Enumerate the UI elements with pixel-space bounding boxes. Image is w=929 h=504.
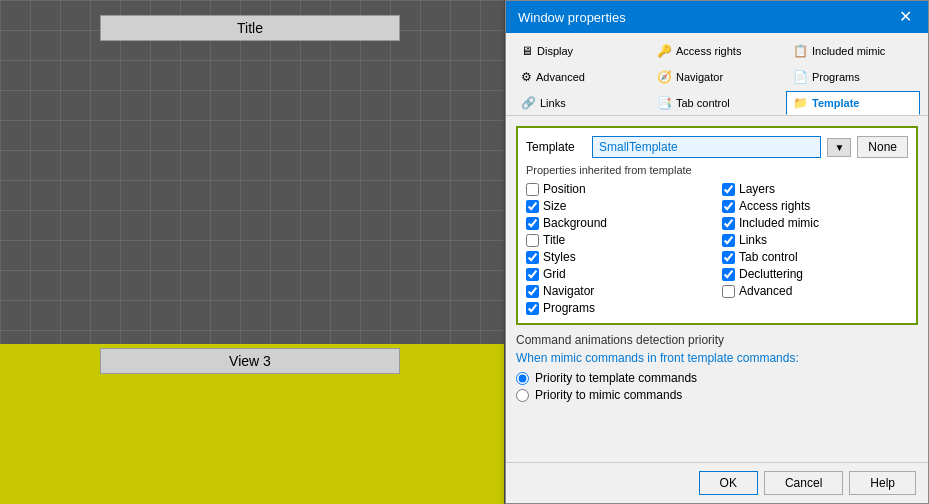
template-none-button[interactable]: None — [857, 136, 908, 158]
tab-access-rights-label: Access rights — [676, 45, 741, 57]
inherited-heading: Properties inherited from template — [526, 164, 908, 176]
checkbox-tab-control[interactable]: Tab control — [722, 250, 908, 264]
tabs-grid: 🖥 Display 🔑 Access rights 📋 Included mim… — [514, 39, 920, 115]
checkbox-layers-label: Layers — [739, 182, 775, 196]
template-input-row: Template ▼ None — [526, 136, 908, 158]
checkbox-grid-input[interactable] — [526, 268, 539, 281]
checkbox-size-label: Size — [543, 199, 566, 213]
command-animations-section: Command animations detection priority Wh… — [516, 333, 918, 405]
links-icon: 🔗 — [521, 96, 536, 110]
dialog-content: Template ▼ None Properties inherited fro… — [506, 116, 928, 462]
checkbox-styles-input[interactable] — [526, 251, 539, 264]
checkbox-programs-label: Programs — [543, 301, 595, 315]
checkbox-position-input[interactable] — [526, 183, 539, 196]
navigator-icon: 🧭 — [657, 70, 672, 84]
template-input-field[interactable] — [592, 136, 821, 158]
checkbox-included-mimic-input[interactable] — [722, 217, 735, 230]
checkbox-title-label: Title — [543, 233, 565, 247]
canvas-area: Title View 3 — [0, 0, 504, 504]
checkbox-background-label: Background — [543, 216, 607, 230]
checkbox-included-mimic[interactable]: Included mimic — [722, 216, 908, 230]
checkbox-grid[interactable]: Grid — [526, 267, 712, 281]
checkbox-advanced[interactable]: Advanced — [722, 284, 908, 298]
advanced-icon: ⚙ — [521, 70, 532, 84]
radio-priority-mimic-label: Priority to mimic commands — [535, 388, 682, 402]
checkbox-access-rights[interactable]: Access rights — [722, 199, 908, 213]
ok-button[interactable]: OK — [699, 471, 758, 495]
checkbox-tab-control-input[interactable] — [722, 251, 735, 264]
checkbox-decluttering[interactable]: Decluttering — [722, 267, 908, 281]
tab-included-mimic[interactable]: 📋 Included mimic — [786, 39, 920, 63]
tab-access-rights[interactable]: 🔑 Access rights — [650, 39, 784, 63]
command-animations-heading: Command animations detection priority — [516, 333, 918, 347]
checkbox-advanced-label: Advanced — [739, 284, 792, 298]
checkbox-tab-control-label: Tab control — [739, 250, 798, 264]
checkbox-links-label: Links — [739, 233, 767, 247]
checkbox-programs[interactable]: Programs — [526, 301, 712, 315]
checkbox-access-rights-input[interactable] — [722, 200, 735, 213]
canvas-title: Title — [100, 15, 400, 41]
tab-control-icon: 📑 — [657, 96, 672, 110]
included-mimic-icon: 📋 — [793, 44, 808, 58]
command-animations-subheading: When mimic commands in front template co… — [516, 351, 918, 365]
tab-advanced-label: Advanced — [536, 71, 585, 83]
template-icon: 📁 — [793, 96, 808, 110]
checkbox-navigator-input[interactable] — [526, 285, 539, 298]
tab-tab-control[interactable]: 📑 Tab control — [650, 91, 784, 115]
checkbox-navigator-label: Navigator — [543, 284, 594, 298]
tabs-container: 🖥 Display 🔑 Access rights 📋 Included mim… — [506, 33, 928, 116]
checkboxes-grid: Position Layers Size Access rights — [526, 182, 908, 315]
canvas-view3: View 3 — [100, 348, 400, 374]
checkbox-decluttering-label: Decluttering — [739, 267, 803, 281]
checkbox-layers[interactable]: Layers — [722, 182, 908, 196]
tab-display[interactable]: 🖥 Display — [514, 39, 648, 63]
checkbox-access-rights-label: Access rights — [739, 199, 810, 213]
radio-priority-mimic-input[interactable] — [516, 389, 529, 402]
access-rights-icon: 🔑 — [657, 44, 672, 58]
checkbox-styles[interactable]: Styles — [526, 250, 712, 264]
radio-priority-mimic[interactable]: Priority to mimic commands — [516, 388, 918, 402]
checkbox-background[interactable]: Background — [526, 216, 712, 230]
radio-priority-template-label: Priority to template commands — [535, 371, 697, 385]
tab-template-label: Template — [812, 97, 859, 109]
dialog-titlebar: Window properties ✕ — [506, 1, 928, 33]
checkbox-links-input[interactable] — [722, 234, 735, 247]
help-button[interactable]: Help — [849, 471, 916, 495]
tab-navigator[interactable]: 🧭 Navigator — [650, 65, 784, 89]
cancel-button[interactable]: Cancel — [764, 471, 843, 495]
template-field-label: Template — [526, 140, 586, 154]
checkbox-grid-label: Grid — [543, 267, 566, 281]
checkbox-position[interactable]: Position — [526, 182, 712, 196]
checkbox-navigator[interactable]: Navigator — [526, 284, 712, 298]
tab-tab-control-label: Tab control — [676, 97, 730, 109]
checkbox-decluttering-input[interactable] — [722, 268, 735, 281]
display-icon: 🖥 — [521, 44, 533, 58]
template-section: Template ▼ None Properties inherited fro… — [516, 126, 918, 325]
checkbox-advanced-input[interactable] — [722, 285, 735, 298]
tab-links[interactable]: 🔗 Links — [514, 91, 648, 115]
checkbox-layers-input[interactable] — [722, 183, 735, 196]
checkbox-position-label: Position — [543, 182, 586, 196]
checkbox-size-input[interactable] — [526, 200, 539, 213]
checkbox-styles-label: Styles — [543, 250, 576, 264]
dialog-footer: OK Cancel Help — [506, 462, 928, 503]
radio-priority-template[interactable]: Priority to template commands — [516, 371, 918, 385]
tab-advanced[interactable]: ⚙ Advanced — [514, 65, 648, 89]
tab-template[interactable]: 📁 Template — [786, 91, 920, 115]
checkbox-background-input[interactable] — [526, 217, 539, 230]
checkbox-title-input[interactable] — [526, 234, 539, 247]
tab-links-label: Links — [540, 97, 566, 109]
window-properties-dialog: Window properties ✕ 🖥 Display 🔑 Access r… — [505, 0, 929, 504]
checkbox-links[interactable]: Links — [722, 233, 908, 247]
checkbox-included-mimic-label: Included mimic — [739, 216, 819, 230]
tab-included-mimic-label: Included mimic — [812, 45, 885, 57]
template-dropdown-button[interactable]: ▼ — [827, 138, 851, 157]
checkbox-size[interactable]: Size — [526, 199, 712, 213]
tab-display-label: Display — [537, 45, 573, 57]
programs-icon: 📄 — [793, 70, 808, 84]
radio-priority-template-input[interactable] — [516, 372, 529, 385]
dialog-close-button[interactable]: ✕ — [895, 9, 916, 25]
checkbox-programs-input[interactable] — [526, 302, 539, 315]
checkbox-title[interactable]: Title — [526, 233, 712, 247]
tab-programs[interactable]: 📄 Programs — [786, 65, 920, 89]
